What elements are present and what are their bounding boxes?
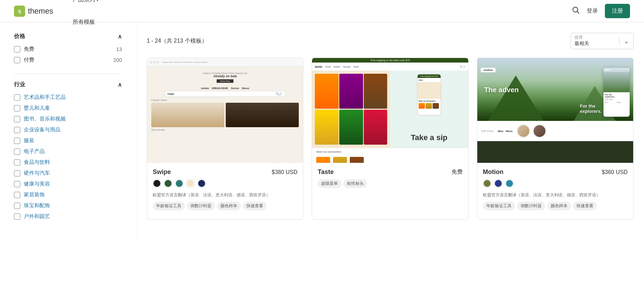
taste-preview: Free shipping on all orders over $75 tas… — [312, 58, 468, 163]
motion-mobile-overlay: motion For theexplorers. TOP PICK MenWom — [603, 68, 630, 117]
tag-sticky-header[interactable]: 粘性标头 — [343, 179, 367, 188]
industry-filter-section: 行业 ∧ 艺术品和手工艺品 婴儿和儿童 图书、音乐和视频 企业设备与用品 — [14, 81, 122, 220]
tag-quickview[interactable]: 快速查看 — [243, 202, 267, 210]
arts-checkbox[interactable] — [14, 94, 20, 101]
tag-countdown[interactable]: 倒数计时器 — [187, 202, 215, 210]
main-nav: 产品系列 ▾ 所有模板 — [67, 0, 104, 34]
swipe-price: $380 USD — [272, 169, 298, 175]
filter-jewelry: 珠宝和配饰 — [14, 202, 122, 209]
theme-card-taste[interactable]: Free shipping on all orders over $75 tas… — [312, 58, 468, 220]
electronics-checkbox[interactable] — [14, 148, 20, 155]
chevron-down-icon: ▾ — [96, 0, 99, 2]
price-filter-section: 价格 ∧ 免费 13 付费 200 — [14, 33, 122, 63]
filter-books: 图书、音乐和视频 — [14, 116, 122, 122]
business-checkbox[interactable] — [14, 127, 20, 133]
food-checkbox[interactable] — [14, 159, 20, 166]
price-filter-title[interactable]: 价格 ∧ — [14, 33, 122, 40]
tag-age[interactable]: 年龄验证工具 — [153, 202, 185, 210]
sort-label: 排序 — [571, 33, 619, 41]
taste-tags: 超级菜单 粘性标头 — [318, 179, 462, 188]
filter-health: 健康与美容 — [14, 181, 122, 187]
motion-tags: 年龄验证工具 倒数计时器 颜色样本 快速查看 — [483, 202, 628, 210]
motion-tag-age[interactable]: 年龄验证工具 — [483, 202, 515, 210]
motion-price: $360 USD — [602, 169, 628, 175]
sort-control[interactable]: 排序 最相关 ⌄ — [571, 33, 634, 49]
outdoor-checkbox[interactable] — [14, 213, 20, 220]
swatch-3[interactable] — [175, 179, 183, 188]
filter-food: 食品与饮料 — [14, 159, 122, 166]
login-button[interactable]: 登录 — [587, 7, 598, 15]
main-content: 1 - 24（共 213 个模板） 排序 最相关 ⌄ Starter Sites… — [136, 22, 644, 241]
free-checkbox[interactable] — [14, 46, 20, 52]
taste-info: Taste 免费 超级菜单 粘性标头 — [312, 163, 468, 197]
motion-avatar-1 — [517, 124, 530, 138]
search-icon[interactable] — [572, 6, 580, 16]
health-checkbox[interactable] — [14, 181, 20, 187]
motion-name: Motion — [483, 168, 504, 176]
motion-swatch-1[interactable] — [483, 179, 491, 188]
industry-filter-title[interactable]: 行业 ∧ — [14, 81, 122, 88]
home-checkbox[interactable] — [14, 192, 20, 198]
collapse-icon-industry: ∧ — [118, 81, 122, 88]
filter-electronics: 电子产品 — [14, 148, 122, 155]
theme-card-motion[interactable]: motion Men ▾Women ▾About ▾Theme features… — [477, 58, 634, 220]
motion-swatch-3[interactable] — [505, 179, 514, 188]
swatch-2[interactable] — [164, 179, 172, 188]
tag-mega-menu[interactable]: 超级菜单 — [318, 179, 341, 188]
sort-text-area: 排序 最相关 — [571, 33, 619, 49]
swatch-1[interactable] — [153, 179, 161, 188]
logo-text: themes — [28, 7, 53, 16]
themes-grid: Starter Sites Shop All Collections Journ… — [147, 58, 634, 220]
swipe-preview: Starter Sites Shop All Collections Journ… — [147, 58, 303, 163]
taste-nav: taste DrinksBottlesRecipesAbout 🔍 🛒 — [312, 63, 468, 71]
filter-clothing: 服装 — [14, 137, 122, 144]
filter-outdoor: 户外和园艺 — [14, 213, 122, 220]
motion-info: Motion $360 USD 欧盟官方语言翻译（英语、法语、意大利语、德语、西… — [477, 163, 633, 219]
sort-value: 最相关 — [571, 41, 619, 49]
taste-hero: Free shipping over $75 taste — [312, 71, 468, 148]
hardware-checkbox[interactable] — [14, 170, 20, 176]
theme-card-swipe[interactable]: Starter Sites Shop All Collections Journ… — [147, 58, 303, 220]
header-actions: 登录 注册 — [572, 4, 630, 18]
motion-translation: 欧盟官方语言翻译（英语、法语、意大利语、德语、西班牙语） — [483, 192, 628, 198]
taste-price: 免费 — [451, 168, 463, 176]
sidebar: 价格 ∧ 免费 13 付费 200 行业 ∧ 艺术品和手工艺 — [0, 22, 136, 241]
motion-badge: motion — [481, 68, 496, 72]
motion-bottom-panel: TOP PICK Men · Wom — [477, 121, 633, 141]
nav-product-series[interactable]: 产品系列 ▾ — [67, 0, 104, 11]
header: S themes 产品系列 ▾ 所有模板 登录 注册 — [0, 0, 644, 22]
filter-row-paid: 付费 200 — [14, 57, 122, 63]
register-button[interactable]: 注册 — [605, 4, 630, 18]
taste-name: Taste — [318, 168, 334, 176]
page-body: 价格 ∧ 免费 13 付费 200 行业 ∧ 艺术品和手工艺 — [0, 22, 644, 241]
results-header: 1 - 24（共 213 个模板） 排序 最相关 ⌄ — [147, 33, 634, 49]
motion-tag-countdown[interactable]: 倒数计时器 — [517, 202, 545, 210]
motion-tag-quickview[interactable]: 快速查看 — [573, 202, 597, 210]
motion-swatch-2[interactable] — [494, 179, 502, 188]
books-checkbox[interactable] — [14, 116, 20, 122]
tag-color[interactable]: 颜色样本 — [217, 202, 241, 210]
svg-line-3 — [577, 12, 579, 14]
paid-checkbox[interactable] — [14, 57, 20, 63]
clothing-checkbox[interactable] — [14, 138, 20, 144]
swatch-5[interactable] — [197, 179, 206, 188]
filter-business: 企业设备与用品 — [14, 126, 122, 133]
swatch-4[interactable] — [186, 179, 195, 188]
motion-avatar-2 — [533, 124, 546, 138]
svg-text:S: S — [18, 9, 21, 14]
baby-checkbox[interactable] — [14, 105, 20, 111]
motion-sub-text: For theexplorers. — [580, 103, 602, 114]
motion-tag-color[interactable]: 颜色样本 — [547, 202, 571, 210]
sort-dropdown-icon[interactable]: ⌄ — [619, 37, 633, 45]
results-count: 1 - 24（共 213 个模板） — [147, 37, 207, 45]
filter-home: 家居装饰 — [14, 191, 122, 198]
jewelry-checkbox[interactable] — [14, 203, 20, 209]
logo-area[interactable]: S themes — [14, 6, 53, 17]
swipe-name: Swipe — [153, 168, 171, 176]
swipe-info: Swipe $380 USD 欧盟官方语言翻译（英语、法语、意大利语、德语、西班… — [147, 163, 303, 219]
swipe-tags: 年龄验证工具 倒数计时器 颜色样本 快速查看 — [153, 202, 297, 210]
motion-color-swatches — [483, 179, 628, 188]
swipe-color-swatches — [153, 179, 297, 188]
shopify-logo-icon: S — [14, 6, 25, 17]
nav-all-templates[interactable]: 所有模板 — [67, 11, 104, 34]
